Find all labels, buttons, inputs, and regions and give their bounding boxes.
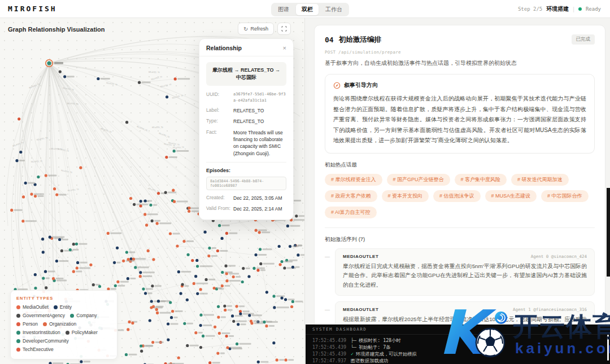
compass-icon [333,82,341,89]
svg-text:RELATES_TO: RELATES_TO [160,84,171,88]
entity-dot-icon [16,305,20,309]
legend-item-Organization: Organization [43,321,76,327]
svg-text:RELATES_TO: RELATES_TO [63,87,74,91]
valid-from-value: Dec 22, 2025, 2:14 AM [233,205,282,212]
narrative-card: 叙事引导方向 舆论将围绕摩尔线程在获得大规模资金注入后的战略动向展开，初期聚焦于… [325,74,595,154]
top-bar: MIROFISH 图谱双栏工作台 Step 2/5 环境搭建 | Ready [0,0,610,18]
post-agent: Agent 0 @sinacomcn_424 [531,254,587,259]
log-line: 17:52:45.439✓环境搭建完成，可以开始模拟 [312,350,603,357]
entity-dot-icon [43,322,47,326]
topic-tag[interactable]: # AI算力自主可控 [325,207,377,218]
post-marker: — [325,248,330,296]
relationship-title: Relationship [206,45,242,51]
post-agent: Agent 1 @financesinacomcn_316 [513,307,587,312]
entity-dot-icon [70,314,74,318]
terminal-title: SYSTEM DASHBOARD [312,327,367,332]
post-card[interactable]: MEDIAOUTLETAgent 1 @financesinacomcn_316… [335,301,595,324]
svg-text:RELATES_TO: RELATES_TO [159,132,170,138]
system-dashboard-terminal: SYSTEM DASHBOARD 17:52:45.439├─模拟时长: 128… [306,324,610,364]
entity-dot-icon [54,305,58,309]
entity-dot-icon [16,322,20,326]
narrative-title: 叙事引导方向 [344,81,378,89]
topic-tag[interactable]: # 摩尔线程资金注入 [325,174,382,186]
orchestration-panel[interactable]: 04 初始激活编排 已完成 POST /api/simulation/prepa… [306,18,610,324]
legend-item-TechExecutive: TechExecutive [16,347,54,352]
topic-tag[interactable]: # 估值泡沫争议 [433,190,481,202]
legend-item-Company: Company [70,313,97,318]
entity-dot-icon [16,314,20,318]
tab-图谱[interactable]: 图谱 [272,4,295,15]
log-line: 17:52:45.439└─初始帖子: 7条 [312,344,603,350]
relationship-path: 摩尔线程 → RELATES_TO → 中芯国际 [206,62,286,86]
post-type: MEDIAOUTLET [343,307,378,312]
entity-types-legend: ENTITY TYPES MediaOutletEntityGovernment… [10,290,117,359]
legend-title: ENTITY TYPES [16,296,111,301]
post-row: —MEDIAOUTLETAgent 1 @financesinacomcn_31… [325,301,595,324]
topic-tag[interactable]: # MUSA生态建设 [485,190,537,202]
entity-dot-icon [16,331,20,335]
svg-text:RELATES_TO: RELATES_TO [148,187,159,192]
legend-item-DeveloperCommunity: DeveloperCommunity [16,338,69,344]
uuid-value: a3679fe7-55d1-46be-9f3a-e42afa31c1a1 [233,91,286,103]
legend-item-Entity: Entity [54,304,72,310]
svg-text:RELATES_TO: RELATES_TO [152,126,163,129]
topic-tag[interactable]: # 国产GPU产业链整合 [387,174,450,186]
api-endpoint: POST /api/simulation/prepare [325,50,595,55]
topics-title: 初始热点话题 [325,161,595,169]
uuid-label: UUID: [206,91,233,103]
post-card[interactable]: MEDIAOUTLETAgent 0 @sinacomcn_424摩尔线程近日完… [335,248,595,296]
close-icon[interactable]: × [283,45,286,51]
svg-text:RELATES_TO: RELATES_TO [149,71,160,73]
svg-text:RELATES_TO: RELATES_TO [151,76,162,81]
sequence-title: 初始激活序列 (7) [325,236,595,243]
log-line: 17:52:47.937图谱数据加载成功 [312,357,603,364]
post-body: 根据最新披露，摩尔线程2025年上半年经营现金流净流出达10.37亿元，远超同期… [343,315,587,324]
relationship-popover: Relationship × 摩尔线程 → RELATES_TO → 中芯国际 … [199,38,294,220]
log-line: 17:52:45.439├─模拟时长: 128小时 [312,337,603,344]
label-label: Label: [206,107,233,114]
episodes-label: Episodes: [206,168,286,173]
created-label: Created: [206,195,233,201]
legend-item-GovernmentAgency: GovernmentAgency [16,313,65,318]
svg-text:RELATES_TO: RELATES_TO [106,82,117,86]
legend-item-MediaOutlet: MediaOutlet [16,304,49,310]
svg-text:RELATES_TO: RELATES_TO [61,169,72,174]
refresh-icon: ↻ [243,26,248,32]
fullscreen-icon [281,26,287,32]
svg-text:RELATES_TO: RELATES_TO [51,148,62,150]
terminal-logs: 17:52:45.439├─模拟时长: 128小时17:52:45.439└─初… [306,335,610,364]
post-marker: — [325,301,330,324]
orchestration-card: 04 初始激活编排 已完成 POST /api/simulation/prepa… [314,25,605,324]
topic-tag[interactable]: # 客户集中度风险 [455,174,507,186]
post-body: 摩尔线程近日完成大规模融资，据悉资金将重点投向5nm'平湖'系列GPU的研发流片… [343,262,587,291]
created-value: Dec 22, 2025, 3:05 AM [233,195,282,201]
legend-item-PolicyMaker: PolicyMaker [66,330,98,335]
valid-from-label: Valid From: [206,205,233,212]
entity-dot-icon [16,348,20,352]
status-dot-icon [578,7,582,11]
type-label: Type: [206,118,233,125]
entity-dot-icon [16,339,20,343]
post-row: —MEDIAOUTLETAgent 0 @sinacomcn_424摩尔线程近日… [325,248,595,296]
tab-双栏[interactable]: 双栏 [296,4,319,15]
entity-dot-icon [66,331,69,335]
status-label: Ready [586,6,601,12]
refresh-button[interactable]: ↻ Refresh [238,23,274,35]
activation-posts-list: —MEDIAOUTLETAgent 0 @sinacomcn_424摩尔线程近日… [325,248,595,325]
label-value: RELATES_TO [233,107,264,114]
topic-tag[interactable]: # 研发迭代周期加速 [511,174,569,186]
page-scrollbar-thumb[interactable] [607,188,610,277]
refresh-label: Refresh [250,26,268,32]
step-number: 04 [325,36,334,44]
terminal-scrollbar[interactable] [607,335,609,361]
fullscreen-button[interactable] [277,23,291,35]
topic-tag[interactable]: # 中芯国际合作 [541,190,589,202]
legend-item-Person: Person [16,321,38,327]
app-logo: MIROFISH [8,5,57,13]
topic-tag[interactable]: # 资本开支投向 [382,190,429,202]
graph-panel-title: Graph Relationship Visualization [8,26,105,33]
episode-id[interactable]: 8a1d3844-5496-4b88-b074-fe001ce68987 [206,177,286,190]
step-indicator: Step 2/5 环境搭建 | Ready [518,5,601,13]
topic-tag[interactable]: # 政府大客户依赖 [325,190,377,202]
tab-工作台[interactable]: 工作台 [320,4,348,15]
